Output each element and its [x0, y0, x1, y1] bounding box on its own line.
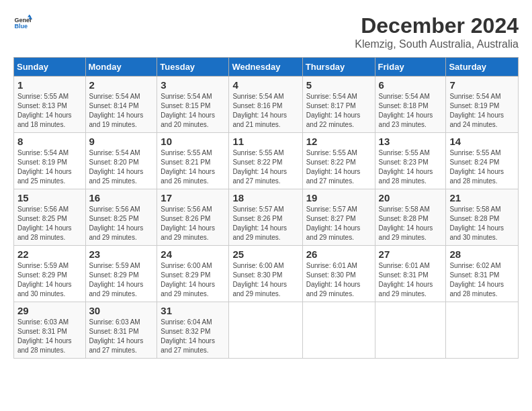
calendar-cell: 13Sunrise: 5:55 AM Sunset: 8:23 PM Dayli…	[375, 133, 446, 189]
column-header-friday: Friday	[375, 58, 446, 77]
day-number: 25	[232, 248, 298, 260]
day-number: 10	[161, 136, 225, 147]
calendar-table: SundayMondayTuesdayWednesdayThursdayFrid…	[13, 57, 519, 359]
calendar-cell: 11Sunrise: 5:55 AM Sunset: 8:22 PM Dayli…	[229, 133, 302, 189]
day-info: Sunrise: 5:55 AM Sunset: 8:13 PM Dayligh…	[17, 92, 82, 130]
calendar-cell: 6Sunrise: 5:54 AM Sunset: 8:18 PM Daylig…	[375, 77, 446, 133]
calendar-cell	[302, 302, 375, 359]
day-number: 21	[449, 192, 515, 203]
calendar-cell: 15Sunrise: 5:56 AM Sunset: 8:25 PM Dayli…	[14, 189, 86, 246]
day-info: Sunrise: 5:59 AM Sunset: 8:29 PM Dayligh…	[89, 261, 154, 299]
column-header-thursday: Thursday	[302, 58, 375, 77]
day-number: 6	[379, 79, 443, 91]
calendar-cell: 29Sunrise: 6:03 AM Sunset: 8:31 PM Dayli…	[14, 302, 86, 359]
week-row-3: 15Sunrise: 5:56 AM Sunset: 8:25 PM Dayli…	[14, 189, 519, 246]
day-info: Sunrise: 6:01 AM Sunset: 8:30 PM Dayligh…	[306, 261, 371, 299]
calendar-cell: 7Sunrise: 5:54 AM Sunset: 8:19 PM Daylig…	[446, 77, 519, 133]
column-header-tuesday: Tuesday	[157, 58, 229, 77]
logo: General Blue	[13, 13, 32, 32]
calendar-cell: 1Sunrise: 5:55 AM Sunset: 8:13 PM Daylig…	[14, 77, 86, 133]
calendar-cell: 27Sunrise: 6:01 AM Sunset: 8:31 PM Dayli…	[375, 246, 446, 302]
header-row: SundayMondayTuesdayWednesdayThursdayFrid…	[14, 58, 519, 77]
day-number: 12	[306, 136, 371, 147]
day-number: 15	[17, 192, 82, 203]
day-number: 14	[449, 136, 515, 147]
page-subtitle: Klemzig, South Australia, Australia	[355, 38, 519, 50]
day-number: 28	[449, 248, 515, 260]
day-info: Sunrise: 5:55 AM Sunset: 8:21 PM Dayligh…	[161, 148, 225, 186]
day-number: 20	[379, 192, 443, 203]
day-number: 8	[17, 136, 82, 147]
calendar-cell: 9Sunrise: 5:54 AM Sunset: 8:20 PM Daylig…	[85, 133, 157, 189]
calendar-cell: 3Sunrise: 5:54 AM Sunset: 8:15 PM Daylig…	[157, 77, 229, 133]
day-number: 19	[306, 192, 371, 203]
day-info: Sunrise: 5:54 AM Sunset: 8:18 PM Dayligh…	[379, 92, 443, 130]
day-info: Sunrise: 5:57 AM Sunset: 8:26 PM Dayligh…	[232, 205, 298, 242]
day-number: 31	[161, 305, 225, 316]
day-info: Sunrise: 6:03 AM Sunset: 8:31 PM Dayligh…	[17, 318, 82, 355]
calendar-cell: 17Sunrise: 5:56 AM Sunset: 8:26 PM Dayli…	[157, 189, 229, 246]
day-number: 24	[161, 248, 225, 260]
day-number: 30	[89, 305, 154, 316]
day-number: 26	[306, 248, 371, 260]
day-number: 16	[89, 192, 154, 203]
day-number: 7	[449, 79, 515, 91]
day-info: Sunrise: 5:55 AM Sunset: 8:22 PM Dayligh…	[306, 148, 371, 186]
calendar-cell: 31Sunrise: 6:04 AM Sunset: 8:32 PM Dayli…	[157, 302, 229, 359]
week-row-2: 8Sunrise: 5:54 AM Sunset: 8:19 PM Daylig…	[14, 133, 519, 189]
calendar-cell: 5Sunrise: 5:54 AM Sunset: 8:17 PM Daylig…	[302, 77, 375, 133]
logo-icon: General Blue	[13, 13, 32, 32]
calendar-cell	[375, 302, 446, 359]
page-header: General Blue December 2024 Klemzig, Sout…	[13, 13, 519, 50]
calendar-cell: 20Sunrise: 5:58 AM Sunset: 8:28 PM Dayli…	[375, 189, 446, 246]
calendar-cell: 28Sunrise: 6:02 AM Sunset: 8:31 PM Dayli…	[446, 246, 519, 302]
calendar-cell: 8Sunrise: 5:54 AM Sunset: 8:19 PM Daylig…	[14, 133, 86, 189]
day-number: 3	[161, 79, 225, 91]
calendar-cell	[446, 302, 519, 359]
column-header-wednesday: Wednesday	[229, 58, 302, 77]
calendar-cell: 12Sunrise: 5:55 AM Sunset: 8:22 PM Dayli…	[302, 133, 375, 189]
calendar-cell: 10Sunrise: 5:55 AM Sunset: 8:21 PM Dayli…	[157, 133, 229, 189]
day-info: Sunrise: 5:56 AM Sunset: 8:25 PM Dayligh…	[89, 205, 154, 242]
svg-marker-2	[28, 14, 32, 17]
column-header-monday: Monday	[85, 58, 157, 77]
day-info: Sunrise: 5:54 AM Sunset: 8:15 PM Dayligh…	[161, 92, 225, 130]
calendar-cell: 22Sunrise: 5:59 AM Sunset: 8:29 PM Dayli…	[14, 246, 86, 302]
week-row-4: 22Sunrise: 5:59 AM Sunset: 8:29 PM Dayli…	[14, 246, 519, 302]
day-number: 9	[89, 136, 154, 147]
day-number: 4	[232, 79, 298, 91]
day-info: Sunrise: 6:00 AM Sunset: 8:30 PM Dayligh…	[232, 261, 298, 299]
calendar-cell: 18Sunrise: 5:57 AM Sunset: 8:26 PM Dayli…	[229, 189, 302, 246]
day-number: 27	[379, 248, 443, 260]
column-header-sunday: Sunday	[14, 58, 86, 77]
calendar-cell: 16Sunrise: 5:56 AM Sunset: 8:25 PM Dayli…	[85, 189, 157, 246]
day-number: 5	[306, 79, 371, 91]
calendar-cell: 4Sunrise: 5:54 AM Sunset: 8:16 PM Daylig…	[229, 77, 302, 133]
day-info: Sunrise: 5:54 AM Sunset: 8:19 PM Dayligh…	[449, 92, 515, 130]
day-info: Sunrise: 5:54 AM Sunset: 8:14 PM Dayligh…	[89, 92, 154, 130]
day-info: Sunrise: 5:54 AM Sunset: 8:19 PM Dayligh…	[17, 148, 82, 186]
day-info: Sunrise: 5:57 AM Sunset: 8:27 PM Dayligh…	[306, 205, 371, 242]
day-info: Sunrise: 5:55 AM Sunset: 8:23 PM Dayligh…	[379, 148, 443, 186]
day-info: Sunrise: 6:04 AM Sunset: 8:32 PM Dayligh…	[161, 318, 225, 355]
day-info: Sunrise: 5:55 AM Sunset: 8:24 PM Dayligh…	[449, 148, 515, 186]
day-info: Sunrise: 6:00 AM Sunset: 8:29 PM Dayligh…	[161, 261, 225, 299]
calendar-cell: 19Sunrise: 5:57 AM Sunset: 8:27 PM Dayli…	[302, 189, 375, 246]
day-number: 22	[17, 248, 82, 260]
calendar-cell: 24Sunrise: 6:00 AM Sunset: 8:29 PM Dayli…	[157, 246, 229, 302]
day-info: Sunrise: 5:54 AM Sunset: 8:20 PM Dayligh…	[89, 148, 154, 186]
day-number: 11	[232, 136, 298, 147]
day-number: 13	[379, 136, 443, 147]
svg-text:Blue: Blue	[14, 23, 28, 30]
day-info: Sunrise: 6:03 AM Sunset: 8:31 PM Dayligh…	[89, 318, 154, 355]
calendar-cell	[229, 302, 302, 359]
week-row-5: 29Sunrise: 6:03 AM Sunset: 8:31 PM Dayli…	[14, 302, 519, 359]
day-info: Sunrise: 5:59 AM Sunset: 8:29 PM Dayligh…	[17, 261, 82, 299]
day-info: Sunrise: 5:58 AM Sunset: 8:28 PM Dayligh…	[449, 205, 515, 242]
day-info: Sunrise: 5:56 AM Sunset: 8:26 PM Dayligh…	[161, 205, 225, 242]
calendar-cell: 14Sunrise: 5:55 AM Sunset: 8:24 PM Dayli…	[446, 133, 519, 189]
day-info: Sunrise: 5:56 AM Sunset: 8:25 PM Dayligh…	[17, 205, 82, 242]
day-info: Sunrise: 5:58 AM Sunset: 8:28 PM Dayligh…	[379, 205, 443, 242]
day-info: Sunrise: 5:54 AM Sunset: 8:16 PM Dayligh…	[232, 92, 298, 130]
day-info: Sunrise: 5:55 AM Sunset: 8:22 PM Dayligh…	[232, 148, 298, 186]
